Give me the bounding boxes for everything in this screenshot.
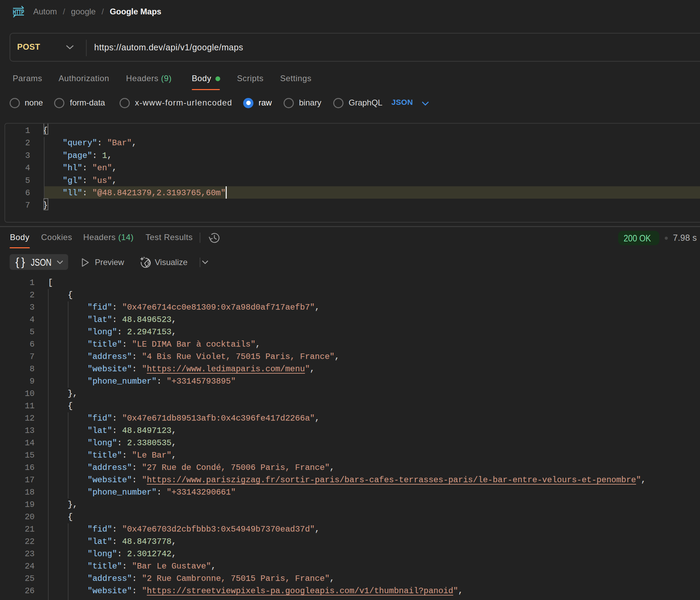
svg-text:HTTP: HTTP [13, 8, 24, 16]
